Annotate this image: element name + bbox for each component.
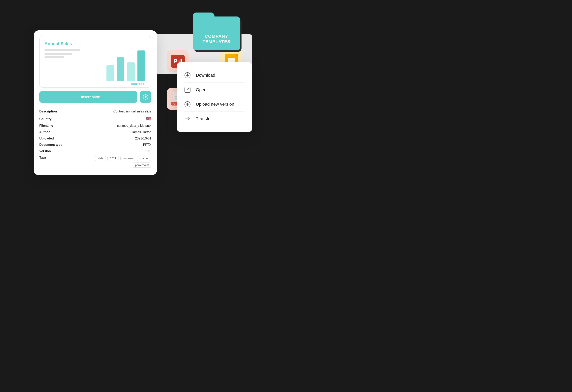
meta-value-filename: contoso_data_slide.pptx: [117, 124, 151, 128]
menu-item-upload-new[interactable]: Upload new version: [184, 97, 245, 112]
open-label: Open: [196, 87, 207, 92]
open-icon: [184, 86, 191, 93]
tag-powerpoint[interactable]: powerpoint: [133, 163, 152, 168]
meta-label-author: Author: [39, 130, 69, 134]
meta-value-description: Contoso annual sales slide: [113, 110, 151, 113]
tag-slide[interactable]: slide: [95, 156, 106, 161]
meta-row-author: Author James Horton: [39, 129, 151, 135]
meta-row-description: Description Contoso annual sales slide: [39, 108, 151, 115]
meta-value-doctype: PPTX: [143, 143, 151, 147]
tag-contoso[interactable]: contoso: [120, 156, 135, 161]
tags-container: slide 2021 contoso chapter powerpoint: [92, 156, 151, 168]
folder-label: COMPANY TEMPLATES: [193, 34, 240, 44]
meta-label-doctype: Document type: [39, 143, 69, 147]
meta-row-uploaded: Uploaded 2021-10-31: [39, 135, 151, 142]
transfer-label: Transfer: [196, 116, 212, 121]
meta-label-filename: Filename: [39, 124, 69, 128]
tag-2021[interactable]: 2021: [108, 156, 119, 161]
transfer-icon: [184, 115, 191, 122]
menu-item-open[interactable]: Open: [184, 83, 245, 97]
meta-value-country: 🇺🇸: [146, 116, 151, 121]
meta-label-country: Country: [39, 117, 69, 121]
meta-label-tags: Tags: [39, 156, 69, 159]
meta-row-doctype: Document type PPTX: [39, 142, 151, 148]
meta-value-version: 1.10: [145, 149, 151, 153]
meta-row-tags: Tags slide 2021 contoso chapter powerpoi…: [39, 154, 151, 169]
metadata-section: Description Contoso annual sales slide C…: [34, 106, 157, 175]
chart-area: Annual Sales CONTOSO: [39, 36, 151, 88]
bar-2: [117, 57, 124, 81]
context-menu: Download Open Upload new version: [177, 62, 252, 132]
meta-label-uploaded: Uploaded: [39, 137, 69, 140]
bar-3: [127, 62, 135, 81]
folder-icon: COMPANY TEMPLATES: [193, 11, 240, 54]
bar-1: [107, 65, 114, 81]
bar-chart: [107, 50, 145, 81]
meta-row-filename: Filename contoso_data_slide.pptx: [39, 123, 151, 129]
meta-row-country: Country 🇺🇸: [39, 115, 151, 123]
main-card: Annual Sales CONTOSO ← Insert slide: [34, 30, 157, 175]
chart-title: Annual Sales: [45, 41, 146, 46]
bar-4: [137, 50, 145, 81]
meta-label-version: Version: [39, 149, 69, 153]
meta-value-uploaded: 2021-10-31: [135, 137, 151, 140]
download-label: Download: [196, 73, 215, 78]
tag-chapter[interactable]: chapter: [137, 156, 151, 161]
menu-item-download[interactable]: Download: [184, 68, 245, 83]
upload-new-icon: [184, 101, 191, 108]
ppt-letter: P: [173, 58, 177, 65]
insert-slide-button[interactable]: ← Insert slide: [39, 91, 137, 103]
meta-value-author: James Horton: [131, 130, 151, 134]
upload-icon: [143, 94, 148, 99]
meta-row-version: Version 1.10: [39, 148, 151, 154]
chart-brand: CONTOSO: [131, 83, 145, 85]
upload-button[interactable]: [140, 91, 151, 103]
insert-slide-label: ← Insert slide: [77, 95, 100, 99]
menu-item-transfer[interactable]: Transfer: [184, 112, 245, 126]
download-icon: [184, 72, 191, 79]
upload-new-label: Upload new version: [196, 102, 234, 107]
action-buttons: ← Insert slide: [34, 88, 157, 106]
meta-label-description: Description: [39, 110, 69, 113]
